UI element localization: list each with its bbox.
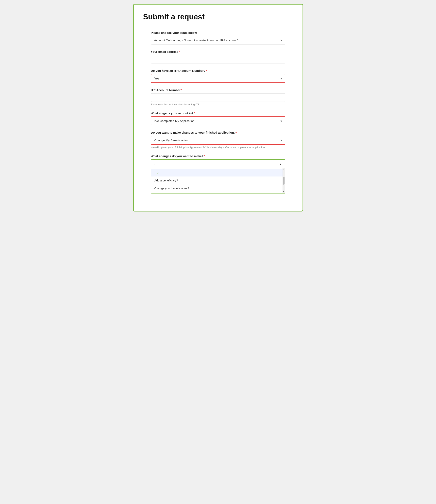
changes-select-wrapper[interactable]: Change My Beneficiaries bbox=[151, 136, 285, 145]
changes-required: * bbox=[236, 131, 237, 134]
what-changes-selected-value: - bbox=[154, 162, 155, 166]
check-icon: ✓ bbox=[157, 171, 159, 174]
itr-account-hint: Enter Your Account Number (Including ITR… bbox=[151, 103, 285, 106]
stage-label: What stage is your acount in?* bbox=[151, 111, 285, 115]
change-beneficiaries-label: Change your beneficiaries? bbox=[154, 187, 189, 190]
stage-select-wrapper[interactable]: I've Completed My Application bbox=[151, 117, 285, 125]
dropdown-scrollbar[interactable]: ▲ ▼ bbox=[282, 168, 285, 193]
email-required: * bbox=[179, 50, 180, 53]
stage-select[interactable]: I've Completed My Application bbox=[151, 117, 285, 125]
itr-question-select[interactable]: Yes bbox=[151, 74, 285, 83]
changes-hint: We will upload your IRA Adoption Agreeme… bbox=[151, 146, 285, 149]
chevron-down-icon: ∨ bbox=[280, 162, 282, 166]
email-group: Your email address* bbox=[151, 50, 285, 63]
issue-select-wrapper[interactable]: Account Onboarding - "I want to create &… bbox=[151, 36, 285, 45]
itr-account-required: * bbox=[181, 88, 182, 92]
itr-question-label: Do you have an ITR Account Number?* bbox=[151, 69, 285, 72]
stage-required: * bbox=[194, 111, 195, 115]
what-changes-dropdown[interactable]: - ∨ - ✓ Add a b bbox=[151, 159, 285, 193]
itr-question-group: Do you have an ITR Account Number?* Yes bbox=[151, 69, 285, 83]
what-changes-group: What changes do you want to make?* - ∨ - bbox=[151, 154, 285, 193]
dropdown-item-change-beneficiaries[interactable]: Change your beneficiaries? bbox=[151, 184, 282, 192]
itr-question-required: * bbox=[206, 69, 207, 72]
what-changes-dropdown-body: - ✓ Add a beneficiary? Change your benef… bbox=[151, 168, 285, 193]
email-input[interactable] bbox=[151, 55, 285, 63]
scrollbar-down-arrow[interactable]: ▼ bbox=[283, 190, 285, 193]
issue-select[interactable]: Account Onboarding - "I want to create &… bbox=[151, 36, 285, 45]
itr-account-group: ITR Account Number* Enter Your Account N… bbox=[151, 88, 285, 106]
changes-group: Do you want to make changes to your fini… bbox=[151, 131, 285, 149]
email-label: Your email address* bbox=[151, 50, 285, 53]
what-changes-label: What changes do you want to make?* bbox=[151, 154, 285, 158]
scrollbar-thumb[interactable] bbox=[283, 177, 284, 185]
dropdown-list: - ✓ Add a beneficiary? Change your benef… bbox=[151, 168, 282, 193]
issue-label: Please choose your issue below bbox=[151, 31, 285, 34]
stage-group: What stage is your acount in?* I've Comp… bbox=[151, 111, 285, 125]
issue-group: Please choose your issue below Account O… bbox=[151, 31, 285, 45]
form-container: Please choose your issue below Account O… bbox=[151, 31, 285, 193]
dropdown-item-dash[interactable]: - ✓ bbox=[151, 169, 282, 177]
dropdown-scrollbar-wrapper: - ✓ Add a beneficiary? Change your benef… bbox=[151, 168, 285, 193]
itr-account-label: ITR Account Number* bbox=[151, 88, 285, 92]
dropdown-item-add-beneficiary[interactable]: Add a beneficiary? bbox=[151, 177, 282, 184]
changes-select[interactable]: Change My Beneficiaries bbox=[151, 136, 285, 145]
page-title: Submit a request bbox=[143, 12, 293, 21]
itr-account-input[interactable] bbox=[151, 93, 285, 102]
what-changes-required: * bbox=[204, 154, 205, 158]
changes-label: Do you want to make changes to your fini… bbox=[151, 131, 285, 134]
dash-label: - bbox=[154, 171, 155, 174]
itr-question-select-wrapper[interactable]: Yes bbox=[151, 74, 285, 83]
what-changes-dropdown-header[interactable]: - ∨ bbox=[151, 160, 285, 168]
scrollbar-up-arrow[interactable]: ▲ bbox=[283, 169, 285, 171]
page-wrapper: Submit a request Please choose your issu… bbox=[133, 4, 303, 211]
add-beneficiary-label: Add a beneficiary? bbox=[154, 179, 178, 182]
